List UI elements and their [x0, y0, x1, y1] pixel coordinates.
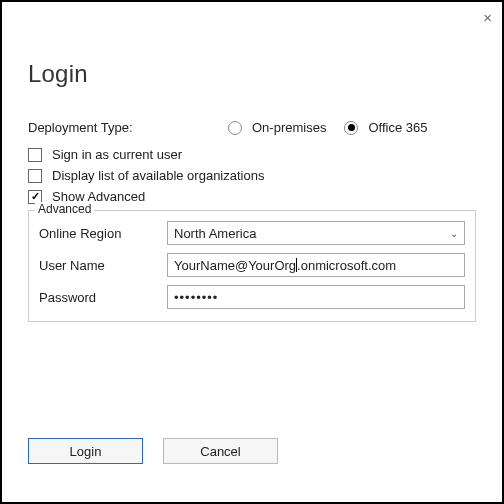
password-value: ••••••••	[174, 290, 218, 305]
row-password: Password ••••••••	[39, 285, 465, 309]
radio-on-premises[interactable]	[228, 121, 242, 135]
chevron-down-icon: ⌄	[450, 228, 458, 239]
username-value-pre: YourName@YourOrg	[174, 258, 296, 273]
advanced-legend: Advanced	[35, 202, 94, 216]
login-button[interactable]: Login	[28, 438, 143, 464]
dialog-content: Login Deployment Type: On-premises Offic…	[2, 2, 502, 322]
button-row: Login Cancel	[28, 438, 278, 464]
password-label: Password	[39, 290, 167, 305]
deployment-label: Deployment Type:	[28, 120, 228, 135]
online-region-select[interactable]: North America ⌄	[167, 221, 465, 245]
row-online-region: Online Region North America ⌄	[39, 221, 465, 245]
advanced-fieldset: Advanced Online Region North America ⌄ U…	[28, 210, 476, 322]
radio-office365[interactable]	[344, 121, 358, 135]
text-cursor	[296, 258, 297, 272]
deployment-radio-group: On-premises Office 365	[228, 120, 439, 135]
cancel-button[interactable]: Cancel	[163, 438, 278, 464]
checkbox-display-orgs[interactable]	[28, 169, 42, 183]
username-value-post: .onmicrosoft.com	[297, 258, 396, 273]
checkbox-sign-in-current-label: Sign in as current user	[52, 147, 182, 162]
radio-on-premises-label: On-premises	[252, 120, 326, 135]
username-label: User Name	[39, 258, 167, 273]
checkbox-display-orgs-label: Display list of available organizations	[52, 168, 264, 183]
check-sign-in-current[interactable]: Sign in as current user	[28, 147, 476, 162]
checkbox-sign-in-current[interactable]	[28, 148, 42, 162]
row-username: User Name YourName@YourOrg.onmicrosoft.c…	[39, 253, 465, 277]
online-region-label: Online Region	[39, 226, 167, 241]
check-display-orgs[interactable]: Display list of available organizations	[28, 168, 476, 183]
username-input[interactable]: YourName@YourOrg.onmicrosoft.com	[167, 253, 465, 277]
password-input[interactable]: ••••••••	[167, 285, 465, 309]
close-icon[interactable]: ×	[483, 10, 492, 25]
radio-office365-label: Office 365	[368, 120, 427, 135]
check-show-advanced[interactable]: Show Advanced	[28, 189, 476, 204]
deployment-row: Deployment Type: On-premises Office 365	[28, 120, 476, 135]
page-title: Login	[28, 60, 476, 88]
online-region-value: North America	[174, 226, 256, 241]
